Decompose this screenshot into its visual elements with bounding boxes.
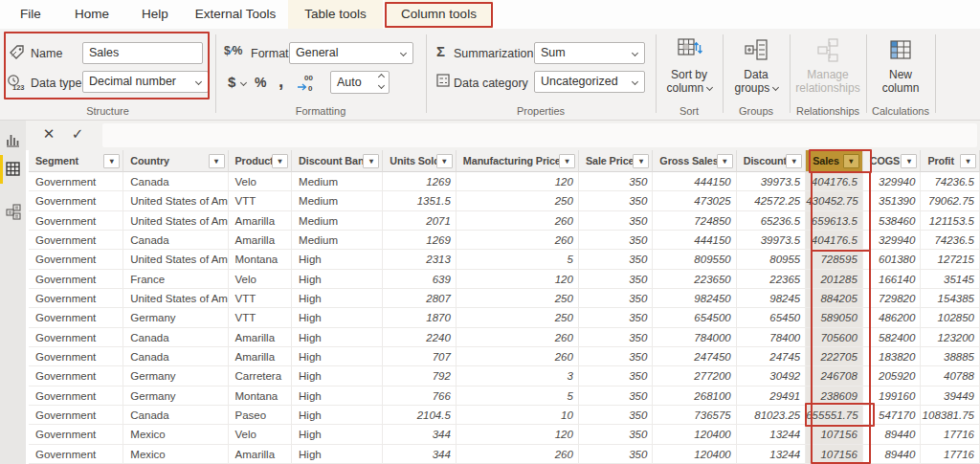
table-cell[interactable]: 238609	[806, 387, 863, 406]
tab-table-tools[interactable]: Table tools	[288, 0, 383, 29]
table-cell[interactable]: Canada	[123, 328, 228, 347]
table-cell[interactable]: 38885	[921, 347, 980, 366]
table-cell[interactable]: 154385	[921, 289, 980, 308]
table-cell[interactable]: 351390	[863, 191, 922, 210]
table-row[interactable]: GovernmentUnited States of AmericaMontan…	[29, 250, 980, 269]
table-cell[interactable]: Germany	[123, 387, 228, 406]
table-cell[interactable]: 89440	[863, 425, 922, 444]
tab-file[interactable]: File	[8, 0, 54, 29]
table-cell[interactable]: 247450	[653, 347, 736, 366]
table-cell[interactable]: 268100	[653, 387, 736, 406]
table-cell[interactable]: 30492	[737, 366, 806, 386]
table-cell[interactable]: Velo	[229, 172, 293, 191]
column-filter-dropdown-icon[interactable]: ▾	[717, 154, 733, 168]
table-cell[interactable]: 250	[457, 289, 579, 308]
percent-button[interactable]: %	[255, 75, 266, 90]
column-filter-dropdown-icon[interactable]: ▾	[103, 154, 120, 168]
table-cell[interactable]: 350	[579, 406, 653, 425]
column-header-profit[interactable]: Profit▾	[921, 150, 980, 172]
table-cell[interactable]: 538460	[863, 211, 922, 231]
table-cell[interactable]: Canada	[123, 231, 228, 250]
table-cell[interactable]: 344	[383, 425, 456, 444]
table-cell[interactable]: Paseo	[229, 406, 293, 425]
column-header-sale-price[interactable]: Sale Price▾	[579, 150, 653, 172]
table-row[interactable]: GovernmentGermanyMontanaHigh766535026810…	[29, 387, 980, 406]
table-cell[interactable]: Government	[29, 231, 123, 250]
table-cell[interactable]: High	[292, 347, 383, 366]
table-cell[interactable]: 13244	[737, 425, 806, 444]
table-cell[interactable]: 444150	[653, 231, 736, 250]
table-cell[interactable]: 199160	[863, 387, 922, 406]
table-cell[interactable]: 10	[457, 406, 579, 425]
table-cell[interactable]: Mexico	[123, 425, 228, 444]
table-cell[interactable]: 24745	[737, 347, 806, 366]
column-header-gross-sales[interactable]: Gross Sales▾	[653, 150, 736, 172]
table-cell[interactable]: High	[292, 270, 383, 289]
table-cell[interactable]: 1269	[383, 231, 456, 250]
table-cell[interactable]: 277200	[653, 366, 736, 386]
table-row[interactable]: GovernmentGermanyCarreteraHigh7923350277…	[29, 366, 980, 386]
format-dropdown[interactable]: General	[289, 42, 413, 64]
table-cell[interactable]: Government	[29, 289, 123, 308]
column-filter-dropdown-icon[interactable]: ▾	[559, 154, 575, 168]
table-cell[interactable]: 350	[579, 308, 653, 327]
table-cell[interactable]: 729820	[863, 289, 922, 308]
table-row[interactable]: GovernmentUnited States of AmericaAmaril…	[29, 211, 980, 231]
table-cell[interactable]: High	[292, 387, 383, 406]
table-cell[interactable]: 205920	[863, 366, 922, 386]
spin-up-icon[interactable]	[378, 74, 385, 80]
table-cell[interactable]: Government	[29, 250, 123, 269]
table-cell[interactable]: 486200	[863, 308, 922, 327]
table-cell[interactable]: 250	[457, 308, 579, 327]
column-header-discount-band[interactable]: Discount Band▾	[292, 150, 383, 172]
column-filter-dropdown-icon[interactable]: ▾	[786, 154, 802, 168]
table-cell[interactable]: Government	[29, 406, 123, 425]
table-cell[interactable]: 444150	[653, 172, 736, 191]
table-cell[interactable]: 2240	[383, 328, 456, 347]
column-filter-dropdown-icon[interactable]: ▾	[272, 154, 288, 168]
table-cell[interactable]: 29491	[737, 387, 806, 406]
table-cell[interactable]: 120	[457, 425, 579, 444]
table-cell[interactable]: High	[292, 328, 383, 347]
table-cell[interactable]: 260	[457, 231, 579, 250]
table-cell[interactable]: 2313	[383, 250, 456, 269]
table-cell[interactable]: Government	[29, 270, 123, 289]
table-cell[interactable]: 350	[579, 231, 653, 250]
table-cell[interactable]: 260	[457, 347, 579, 366]
data-groups-button[interactable]: Data groups	[724, 33, 788, 107]
table-cell[interactable]: 13244	[737, 445, 806, 464]
table-cell[interactable]: 430452.75	[806, 191, 863, 210]
table-cell[interactable]: 350	[579, 289, 653, 308]
table-row[interactable]: GovernmentUnited States of AmericaVTTHig…	[29, 289, 980, 308]
table-cell[interactable]: 121153.5	[921, 211, 980, 231]
table-cell[interactable]: 250	[457, 191, 579, 210]
table-cell[interactable]: 1351.5	[383, 191, 456, 210]
table-row[interactable]: GovernmentCanadaAmarillaHigh707260350247…	[29, 347, 980, 366]
table-cell[interactable]: 329940	[863, 231, 922, 250]
table-cell[interactable]: 582400	[863, 328, 922, 347]
table-cell[interactable]: 223650	[653, 270, 736, 289]
table-cell[interactable]: 2807	[383, 289, 456, 308]
table-cell[interactable]: 201285	[806, 270, 863, 289]
table-cell[interactable]: 108381.75	[921, 406, 980, 425]
table-cell[interactable]: High	[292, 308, 383, 327]
column-header-product[interactable]: Product▾	[229, 150, 293, 172]
tab-home[interactable]: Home	[63, 0, 121, 29]
table-cell[interactable]: Mexico	[123, 445, 228, 464]
table-row[interactable]: GovernmentFranceVeloHigh6391203502236502…	[29, 270, 980, 289]
commit-formula-icon[interactable]: ✓	[67, 125, 88, 143]
column-filter-dropdown-icon[interactable]: ▾	[209, 154, 225, 168]
table-cell[interactable]: 5	[457, 250, 579, 269]
table-cell[interactable]: High	[292, 289, 383, 308]
table-cell[interactable]: 655551.75	[806, 406, 863, 425]
table-cell[interactable]: United States of America	[123, 211, 228, 231]
table-cell[interactable]: High	[292, 425, 383, 444]
table-cell[interactable]: 39973.5	[737, 172, 806, 191]
table-cell[interactable]: Velo	[229, 270, 293, 289]
tab-column-tools[interactable]: Column tools	[385, 0, 493, 29]
table-cell[interactable]: 473025	[653, 191, 736, 210]
table-cell[interactable]: 98245	[737, 289, 806, 308]
table-cell[interactable]: 17716	[921, 445, 980, 464]
table-cell[interactable]: 884205	[806, 289, 863, 308]
table-cell[interactable]: Germany	[123, 308, 228, 327]
